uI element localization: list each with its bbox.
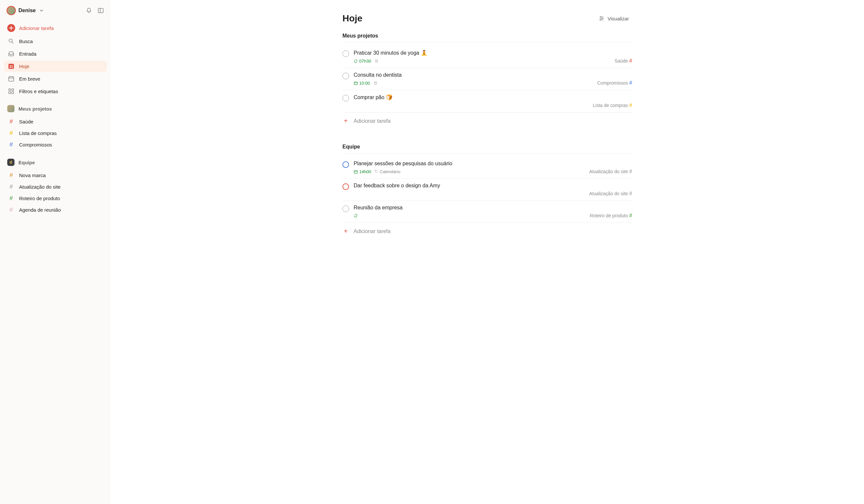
calendar-icon [7, 75, 15, 82]
nav-filters[interactable]: Filtros e etiquetas [4, 86, 107, 97]
task-time: 14h00 [353, 169, 371, 174]
avatar [7, 6, 16, 15]
nav-inbox[interactable]: Entrada [4, 48, 107, 59]
sliders-icon [598, 15, 605, 22]
user-menu[interactable]: Denise [7, 6, 45, 15]
hash-icon: # [7, 172, 15, 179]
task-checkbox[interactable] [343, 73, 349, 79]
workspace-team[interactable]: d Equipe [4, 156, 107, 168]
svg-rect-10 [12, 89, 14, 91]
svg-point-2 [9, 39, 12, 42]
project-item[interactable]: #Roteiro de produto [4, 193, 107, 204]
project-item[interactable]: #Atualização do site [4, 181, 107, 193]
sidebar-top: Denise [4, 4, 107, 21]
project-name: Roteiro de produto [19, 195, 60, 201]
svg-rect-20 [354, 82, 358, 85]
workspace-personal[interactable]: Meus projetos [4, 103, 107, 115]
task-checkbox[interactable] [343, 95, 349, 101]
search-icon [7, 38, 15, 45]
hash-icon: # [7, 141, 15, 148]
grid-icon [7, 88, 15, 95]
svg-point-16 [602, 18, 603, 19]
nav-today-label: Hoje [19, 63, 29, 69]
task-time: 10:00 [353, 81, 370, 86]
chevron-down-icon [38, 7, 45, 14]
task-checkbox[interactable] [343, 183, 349, 190]
workspace-badge: d [7, 159, 14, 166]
nav-today[interactable]: 21 Hoje [4, 61, 107, 72]
task-project-tag[interactable]: Roteiro de produto # [590, 213, 632, 219]
notifications-icon[interactable] [86, 7, 92, 14]
task-project-tag[interactable]: Atualização do site # [589, 191, 632, 196]
task-row[interactable]: Dar feedback sobre o design da AmyAtuali… [343, 179, 632, 201]
project-name: Agenda de reunião [19, 207, 61, 213]
add-task-inline[interactable]: +Adicionar tarefa [343, 223, 632, 240]
task-label: Calendário [374, 169, 400, 174]
view-button-label: Visualizar [608, 16, 629, 21]
task-section: Meus projetosPraticar 30 minutos de yoga… [343, 33, 632, 129]
sidebar: Denise Adicionar tarefa Busca En [0, 0, 111, 504]
project-name: Saúde [19, 119, 33, 124]
add-task-inline[interactable]: +Adicionar tarefa [343, 112, 632, 129]
hash-icon: # [7, 183, 15, 190]
svg-rect-12 [12, 92, 14, 94]
project-name: Compromissos [19, 142, 52, 147]
recurring-icon [353, 214, 358, 218]
page-title: Hoje [343, 13, 362, 24]
svg-line-3 [12, 42, 13, 44]
task-title: Praticar 30 minutos de yoga 🧘 [353, 50, 632, 56]
workspace-badge [7, 105, 14, 112]
hash-icon: # [7, 118, 15, 125]
task-checkbox[interactable] [343, 205, 349, 212]
svg-rect-11 [9, 92, 11, 94]
calendar-today-icon: 21 [7, 63, 15, 70]
nav-filters-label: Filtros e etiquetas [19, 88, 58, 94]
alarm-icon [373, 81, 378, 85]
nav-inbox-label: Entrada [19, 51, 37, 57]
task-section: EquipePlanejar sessões de pesquisas do u… [343, 144, 632, 240]
hash-icon: # [7, 195, 15, 202]
add-task-label: Adicionar tarefa [353, 118, 391, 124]
workspace-personal-label: Meus projetos [19, 106, 52, 111]
task-project-tag[interactable]: Lista de compras # [593, 103, 632, 108]
task-project-tag[interactable]: Saúde # [615, 58, 632, 64]
nav-search-label: Busca [19, 38, 33, 44]
task-title: Planejar sessões de pesquisas do usuário [353, 161, 632, 167]
task-project-tag[interactable]: Atualização do site # [589, 169, 632, 175]
project-item[interactable]: #Saúde [4, 116, 107, 128]
project-item[interactable]: #Lista de compras [4, 128, 107, 139]
task-row[interactable]: Praticar 30 minutos de yoga 🧘07h30Saúde … [343, 46, 632, 68]
plus-icon: + [343, 227, 349, 235]
task-row[interactable]: Reunião da empresaRoteiro de produto # [343, 201, 632, 223]
task-checkbox[interactable] [343, 161, 349, 168]
task-title: Consulta no dentista [353, 72, 632, 78]
sidebar-toggle-icon[interactable] [97, 7, 104, 14]
task-title: Comprar pão 🍞 [353, 94, 632, 100]
project-name: Atualização do site [19, 184, 61, 190]
alarm-icon [374, 59, 379, 63]
svg-rect-5 [9, 77, 14, 81]
svg-rect-23 [354, 170, 358, 173]
project-item[interactable]: #Compromissos [4, 139, 107, 151]
task-row[interactable]: Planejar sessões de pesquisas do usuário… [343, 157, 632, 179]
task-checkbox[interactable] [343, 50, 349, 57]
add-task-button[interactable]: Adicionar tarefa [4, 22, 107, 34]
task-row[interactable]: Consulta no dentista10:00Compromissos # [343, 68, 632, 90]
workspace-team-label: Equipe [19, 160, 35, 165]
project-item[interactable]: #Agenda de reunião [4, 204, 107, 216]
task-title: Reunião da empresa [353, 205, 632, 211]
task-project-tag[interactable]: Compromissos # [597, 80, 632, 86]
nav-search[interactable]: Busca [4, 36, 107, 47]
task-title: Dar feedback sobre o design da Amy [353, 183, 632, 189]
view-button[interactable]: Visualizar [595, 13, 632, 24]
add-task-label: Adicionar tarefa [353, 228, 391, 235]
add-task-label: Adicionar tarefa [19, 25, 54, 31]
inbox-icon [7, 50, 15, 57]
task-row[interactable]: Comprar pão 🍞Lista de compras # [343, 90, 632, 112]
nav-upcoming[interactable]: Em breve [4, 73, 107, 84]
project-name: Nova marca [19, 172, 46, 178]
main: Hoje Visualizar Meus projetosPraticar 30… [111, 0, 864, 504]
nav-upcoming-label: Em breve [19, 76, 40, 82]
svg-rect-0 [98, 8, 104, 12]
project-item[interactable]: #Nova marca [4, 169, 107, 181]
